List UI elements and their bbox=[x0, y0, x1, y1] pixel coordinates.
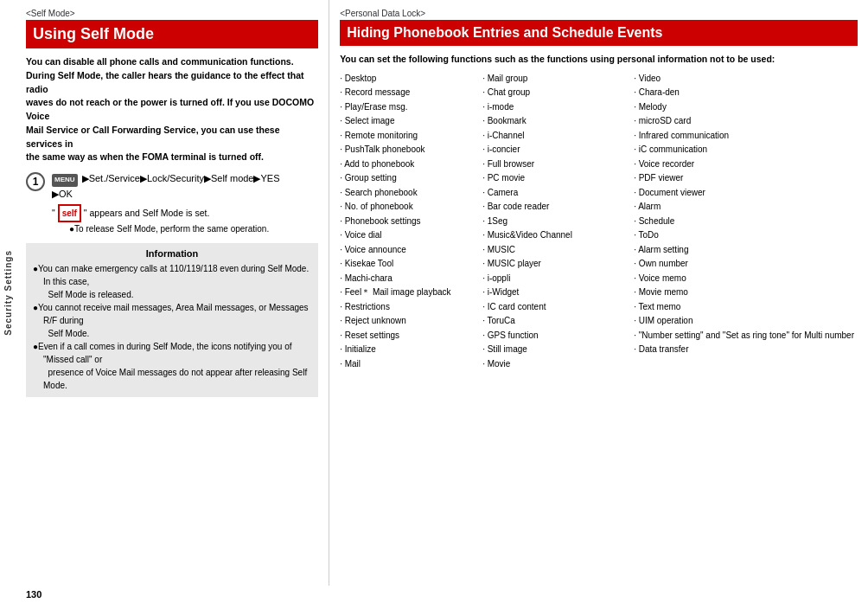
list-item: · ToruCa bbox=[482, 314, 630, 329]
list-item: · Video bbox=[634, 72, 854, 87]
list-item: · Remote monitoring bbox=[340, 129, 479, 144]
list-item: · Alarm setting bbox=[634, 243, 854, 258]
list-item: · PDF viewer bbox=[634, 171, 854, 186]
list-item: · Document viewer bbox=[634, 186, 854, 201]
items-col-1: · Desktop· Record message· Play/Erase ms… bbox=[340, 72, 482, 372]
info-box: Information ●You can make emergency call… bbox=[26, 243, 318, 397]
list-item: · Kisekae Tool bbox=[340, 257, 479, 272]
release-note: ●To release Self Mode, perform the same … bbox=[61, 224, 269, 234]
list-item: · Mail group bbox=[482, 72, 630, 87]
list-item: · Text memo bbox=[634, 300, 854, 315]
list-item: · Infrared communication bbox=[634, 129, 854, 144]
list-item: · Chat group bbox=[482, 86, 630, 100]
items-col-3: · Video· Chara-den· Melody· microSD card… bbox=[634, 72, 858, 372]
page-number: 130 bbox=[16, 586, 868, 603]
list-item: · Feel＊ Mail image playback bbox=[340, 285, 479, 300]
list-item: · Own number bbox=[634, 257, 854, 272]
list-item: · PC movie bbox=[482, 171, 630, 186]
list-item: · Machi-chara bbox=[340, 272, 479, 286]
list-item: · i-Widget bbox=[482, 285, 630, 300]
list-item: · Still image bbox=[482, 343, 630, 357]
list-item: · i-mode bbox=[482, 100, 630, 115]
list-item: · IC card content bbox=[482, 300, 630, 315]
right-panel: <Personal Data Lock> Hiding Phonebook En… bbox=[329, 0, 868, 586]
list-item: · Search phonebook bbox=[340, 186, 479, 201]
left-body: You can disable all phone calls and comm… bbox=[26, 55, 318, 164]
list-item: · MUSIC bbox=[482, 243, 630, 258]
list-item: · Voice recorder bbox=[634, 157, 854, 172]
list-item: · Melody bbox=[634, 100, 854, 115]
list-item: · Movie bbox=[482, 357, 630, 372]
right-intro: You can set the following functions such… bbox=[340, 53, 858, 67]
list-item: · Mail bbox=[340, 357, 479, 372]
list-item: · i-Channel bbox=[482, 129, 630, 144]
step-sub: " self " appears and Self Mode is set. ●… bbox=[52, 204, 280, 236]
step-row: 1 MENU ▶Set./Service▶Lock/Security▶Self … bbox=[26, 171, 318, 236]
left-header: Using Self Mode bbox=[26, 20, 318, 48]
list-item: · Bar code reader bbox=[482, 200, 630, 215]
left-panel: Security Settings <Self Mode> Using Self… bbox=[0, 0, 329, 586]
list-item: · Group setting bbox=[340, 171, 479, 186]
list-item: · Record message bbox=[340, 86, 479, 100]
step-instruction-text: ▶Set./Service▶Lock/Security▶Self mode▶YE… bbox=[52, 173, 280, 199]
list-item: · Restrictions bbox=[340, 300, 479, 315]
right-header: Hiding Phonebook Entries and Schedule Ev… bbox=[340, 20, 858, 46]
list-item: · iC communication bbox=[634, 143, 854, 157]
list-item: · Reset settings bbox=[340, 329, 479, 343]
info-item-2: ●You cannot receive mail messages, Area … bbox=[33, 301, 311, 340]
sidebar-wrapper: Security Settings bbox=[0, 0, 16, 586]
right-section-tag: <Personal Data Lock> bbox=[340, 9, 858, 18]
list-item: · ToDo bbox=[634, 228, 854, 243]
list-item: · PushTalk phonebook bbox=[340, 143, 479, 157]
list-item: · microSD card bbox=[634, 114, 854, 129]
list-item: · Camera bbox=[482, 186, 630, 201]
list-item: · Initialize bbox=[340, 343, 479, 357]
info-item-3: ●Even if a call comes in during Self Mod… bbox=[33, 340, 311, 392]
list-item: · MUSIC player bbox=[482, 257, 630, 272]
list-item: · Phonebook settings bbox=[340, 215, 479, 229]
list-item: · Movie memo bbox=[634, 285, 854, 300]
step-text: MENU ▶Set./Service▶Lock/Security▶Self mo… bbox=[52, 171, 280, 236]
list-item: · Play/Erase msg. bbox=[340, 100, 479, 115]
list-item: · Alarm bbox=[634, 200, 854, 215]
list-item: · Reject unknown bbox=[340, 314, 479, 329]
list-item: · Voice memo bbox=[634, 272, 854, 286]
list-item: · No. of phonebook bbox=[340, 200, 479, 215]
menu-icon: MENU bbox=[52, 174, 78, 187]
list-item: · Voice announce bbox=[340, 243, 479, 258]
list-item: · Music&Video Channel bbox=[482, 228, 630, 243]
list-item: · UIM operation bbox=[634, 314, 854, 329]
items-grid: · Desktop· Record message· Play/Erase ms… bbox=[340, 72, 858, 372]
list-item: · Data transfer bbox=[634, 343, 854, 357]
list-item: · Chara-den bbox=[634, 86, 854, 100]
list-item: · Desktop bbox=[340, 72, 479, 87]
list-item: · Select image bbox=[340, 114, 479, 129]
list-item: · Full browser bbox=[482, 157, 630, 172]
list-item: · Voice dial bbox=[340, 228, 479, 243]
list-item: · Schedule bbox=[634, 215, 854, 229]
list-item: · i-concier bbox=[482, 143, 630, 157]
list-item: · GPS function bbox=[482, 329, 630, 343]
self-highlight: self bbox=[58, 204, 81, 222]
left-section-tag: <Self Mode> bbox=[26, 9, 318, 18]
info-header: Information bbox=[33, 248, 311, 259]
list-item: · "Number setting" and "Set as ring tone… bbox=[634, 329, 854, 343]
list-item: · 1Seg bbox=[482, 215, 630, 229]
list-item: · Bookmark bbox=[482, 114, 630, 129]
list-item: · i-oppli bbox=[482, 272, 630, 286]
info-item-1: ●You can make emergency calls at 110/119… bbox=[33, 262, 311, 301]
list-item: · Add to phonebook bbox=[340, 157, 479, 172]
items-col-2: · Mail group· Chat group· i-mode· Bookma… bbox=[482, 72, 634, 372]
step-number: 1 bbox=[26, 172, 45, 191]
sidebar-label: Security Settings bbox=[3, 250, 13, 336]
